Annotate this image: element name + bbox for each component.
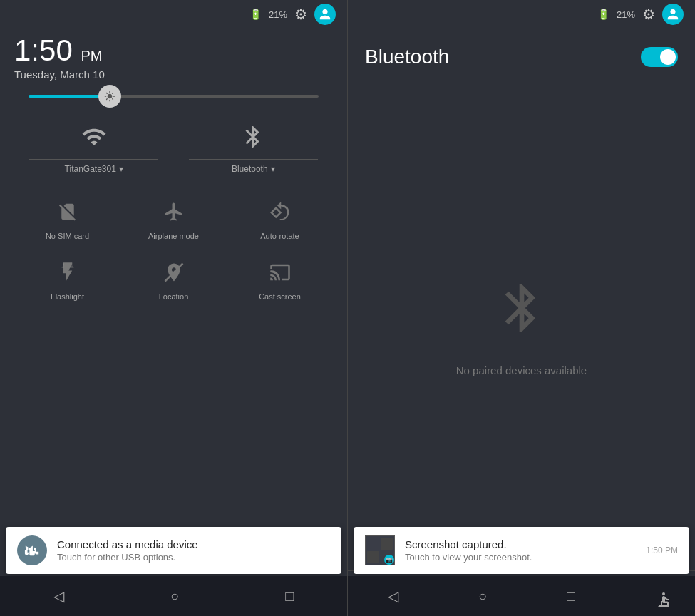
left-panel: 🔋 21% ⚙ 1:50 PM Tuesday, March 10 (0, 0, 347, 616)
screenshot-thumb: 📷 (365, 535, 395, 565)
left-status-bar: 🔋 21% ⚙ (0, 0, 347, 29)
time-display: 1:50 PM Tuesday, March 10 (14, 36, 333, 81)
bluetooth-header: Bluetooth (348, 29, 695, 86)
brightness-slider[interactable] (29, 95, 319, 98)
location-icon (163, 262, 185, 288)
bluetooth-title: Bluetooth (365, 46, 449, 68)
tiles-row3: Flashlight Location Cast screen (14, 255, 333, 307)
location-tile[interactable]: Location (120, 255, 227, 307)
battery-percent-right: 21% (617, 9, 635, 20)
svg-point-3 (662, 592, 665, 595)
home-button-right[interactable]: ○ (464, 582, 501, 610)
bluetooth-large-icon (493, 279, 550, 350)
left-nav-bar: ◁ ○ □ (0, 576, 347, 616)
back-button-right[interactable]: ◁ (374, 582, 413, 610)
no-sim-icon (57, 201, 78, 227)
back-button-left[interactable]: ◁ (39, 582, 78, 610)
wifi-label-row: TitanGate301 ▾ (65, 164, 123, 174)
wifi-divider (29, 159, 158, 160)
bt-label-row: Bluetooth ▾ (232, 164, 275, 174)
user-avatar-left[interactable] (314, 4, 336, 25)
cast-icon (269, 262, 291, 288)
airplane-icon (163, 201, 185, 227)
screenshot-notif-text: Screenshot captured. Touch to view your … (405, 538, 636, 563)
home-button-left[interactable]: ○ (156, 582, 193, 610)
autorotate-tile[interactable]: Auto-rotate (227, 194, 333, 246)
bluetooth-icon (240, 124, 266, 155)
screenshot-badge: 📷 (384, 555, 394, 565)
accessibility-icon[interactable] (641, 585, 669, 607)
wifi-tile[interactable]: TitanGate301 ▾ (14, 115, 174, 180)
brightness-slider-row (14, 95, 333, 98)
wifi-icon (81, 124, 107, 155)
tiles-row2: No SIM card Airplane mode Auto-rotate (14, 194, 333, 246)
battery-percent-left: 21% (269, 9, 287, 20)
screenshot-notif-subtitle: Touch to view your screenshot. (405, 552, 636, 563)
bluetooth-content: No paired devices available (348, 86, 695, 570)
battery-icon-right: 🔋 (597, 9, 609, 20)
recents-button-right[interactable]: □ (552, 582, 590, 610)
autorotate-icon (269, 201, 291, 227)
airplane-label: Airplane mode (148, 232, 199, 240)
date-text: Tuesday, March 10 (14, 68, 333, 81)
left-notifications: Connected as a media device Touch for ot… (0, 527, 347, 577)
right-notifications: 📷 Screenshot captured. Touch to view you… (348, 527, 695, 577)
no-sim-tile[interactable]: No SIM card (14, 194, 120, 246)
bt-dropdown-arrow[interactable]: ▾ (271, 164, 275, 174)
no-sim-label: No SIM card (46, 232, 89, 240)
brightness-thumb[interactable] (98, 85, 121, 108)
wifi-label-text: TitanGate301 (65, 164, 116, 174)
bt-label-text: Bluetooth (232, 164, 268, 174)
battery-icon-left: 🔋 (249, 9, 262, 20)
no-devices-text: No paired devices available (456, 364, 587, 376)
usb-notif-subtitle: Touch for other USB options. (57, 552, 330, 563)
airplane-tile[interactable]: Airplane mode (120, 194, 227, 246)
screenshot-notification[interactable]: 📷 Screenshot captured. Touch to view you… (354, 527, 689, 574)
user-avatar-right[interactable] (662, 4, 684, 25)
right-panel: 🔋 21% ⚙ Bluetooth No paired devices avai… (347, 0, 695, 616)
right-nav-bar: ◁ ○ □ (348, 576, 695, 616)
bluetooth-tile[interactable]: Bluetooth ▾ (174, 115, 334, 180)
usb-notification[interactable]: Connected as a media device Touch for ot… (6, 527, 341, 574)
flashlight-tile[interactable]: Flashlight (14, 255, 120, 307)
cast-tile[interactable]: Cast screen (227, 255, 333, 307)
cast-label: Cast screen (259, 292, 301, 301)
flashlight-label: Flashlight (51, 292, 84, 301)
autorotate-label: Auto-rotate (260, 232, 299, 240)
usb-icon (17, 535, 47, 565)
bluetooth-toggle[interactable] (641, 47, 678, 67)
location-label: Location (159, 292, 189, 301)
flashlight-icon (57, 262, 78, 288)
wifi-dropdown-arrow[interactable]: ▾ (119, 164, 123, 174)
right-status-bar: 🔋 21% ⚙ (348, 0, 695, 29)
settings-icon-left[interactable]: ⚙ (294, 6, 307, 23)
time-text: 1:50 PM (14, 36, 333, 66)
usb-notif-text: Connected as a media device Touch for ot… (57, 538, 330, 563)
recents-button-left[interactable]: □ (271, 582, 308, 610)
screenshot-notif-title: Screenshot captured. (405, 538, 636, 550)
usb-notif-title: Connected as a media device (57, 538, 330, 550)
settings-icon-right[interactable]: ⚙ (642, 6, 655, 23)
wifi-bt-tiles: TitanGate301 ▾ Bluetooth ▾ (14, 115, 333, 180)
bt-divider (189, 159, 318, 160)
screenshot-time: 1:50 PM (646, 545, 678, 555)
